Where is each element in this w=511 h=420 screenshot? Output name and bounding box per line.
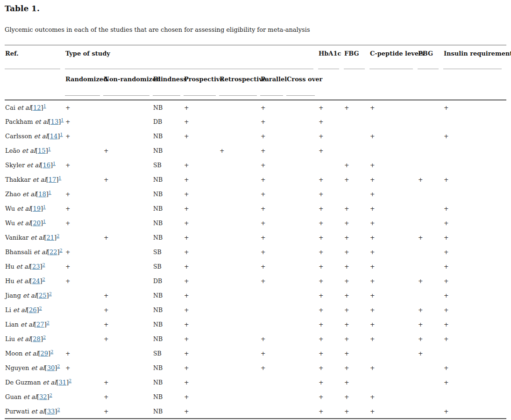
- ref-link[interactable]: 31: [58, 379, 66, 386]
- cell-cross-over: [286, 129, 318, 143]
- table-row: Lian et al[27]2+NB++++++: [5, 317, 506, 332]
- cell-pbg: +: [418, 317, 443, 332]
- ref-superscript-link[interactable]: 1: [43, 219, 46, 224]
- ref-superscript-link[interactable]: 2: [57, 407, 60, 412]
- table-row: Wu et al[20]1+NB++++++: [5, 216, 506, 230]
- ref-link[interactable]: 32: [39, 393, 47, 400]
- cell-blindness: NB: [153, 288, 184, 303]
- ref-superscript-link[interactable]: 1: [48, 146, 51, 151]
- ref-superscript-link[interactable]: 2: [43, 262, 45, 267]
- ref-superscript: 1: [60, 132, 63, 137]
- ref-link[interactable]: 17: [49, 176, 57, 183]
- ref-superscript-link[interactable]: 2: [47, 320, 50, 325]
- cell-insulin-requirements: +: [443, 274, 506, 288]
- cell-non-randomized: [103, 216, 153, 230]
- ref-superscript-link[interactable]: 1: [60, 132, 63, 137]
- cell-cross-over: [286, 245, 318, 259]
- cell-c-peptide: +: [369, 245, 418, 259]
- cell-cross-over: [286, 201, 318, 216]
- cell-parallel: +: [260, 143, 286, 158]
- ref-superscript-link[interactable]: 2: [50, 392, 52, 398]
- cell-fbg: +: [344, 346, 369, 361]
- ref-link[interactable]: 25: [39, 292, 47, 299]
- cell-retrospective: [219, 274, 260, 288]
- cell-hba1c: +: [318, 187, 344, 201]
- cell-blindness: NB: [153, 303, 184, 317]
- cell-prospective: +: [184, 346, 219, 361]
- ref-link[interactable]: 16: [43, 162, 50, 169]
- cell-cross-over: [286, 332, 318, 346]
- ref-link[interactable]: 19: [33, 205, 41, 212]
- cell-fbg: +: [344, 361, 369, 375]
- cell-cross-over: [286, 187, 318, 201]
- ref-superscript-link[interactable]: 2: [43, 335, 46, 340]
- cell-randomized: +: [65, 259, 103, 274]
- cell-hba1c: +: [318, 129, 344, 143]
- ref-link[interactable]: 12: [33, 104, 41, 111]
- ref-superscript-link[interactable]: 2: [50, 349, 53, 354]
- ref-link[interactable]: 26: [29, 306, 37, 313]
- ref-superscript-link[interactable]: 1: [43, 103, 46, 108]
- cell-parallel: [260, 303, 286, 317]
- ref-superscript-link[interactable]: 1: [49, 190, 51, 195]
- cell-retrospective: [219, 390, 260, 404]
- ref-link[interactable]: 30: [47, 364, 55, 371]
- cell-prospective: +: [184, 158, 219, 172]
- ref-link[interactable]: 27: [36, 321, 44, 328]
- study-author: Purwati: [5, 408, 31, 415]
- cell-c-peptide: +: [369, 201, 418, 216]
- table-row: Carlsson et al[14]1+NB+++++: [5, 129, 506, 143]
- cell-pbg: +: [418, 346, 443, 361]
- ref-link[interactable]: 21: [47, 234, 55, 241]
- cell-retrospective: [219, 114, 260, 129]
- ref-superscript-link[interactable]: 1: [53, 161, 56, 166]
- cell-hba1c: +: [318, 303, 344, 317]
- cell-blindness: NB: [153, 216, 184, 230]
- ref-link[interactable]: 18: [38, 191, 46, 198]
- ref-superscript-link[interactable]: 2: [57, 233, 59, 238]
- ref-link[interactable]: 29: [41, 350, 49, 357]
- cell-prospective: +: [184, 201, 219, 216]
- study-author: Li: [5, 306, 13, 313]
- header-spacer-cell: [5, 69, 65, 100]
- cell-cross-over: [286, 100, 318, 114]
- cell-cross-over: [286, 172, 318, 187]
- cell-blindness: NB: [153, 375, 184, 390]
- ref-link[interactable]: 23: [32, 263, 40, 270]
- ref-link[interactable]: 28: [33, 335, 41, 342]
- ref-superscript-link[interactable]: 2: [69, 378, 71, 383]
- cell-hba1c: +: [318, 216, 344, 230]
- ref-link[interactable]: 14: [50, 133, 58, 140]
- ref-link[interactable]: 33: [47, 408, 55, 415]
- cell-retrospective: [219, 361, 260, 375]
- ref-superscript: 2: [39, 306, 42, 311]
- study-author: Wu: [5, 205, 17, 212]
- ref-superscript-link[interactable]: 1: [58, 175, 61, 180]
- ref-superscript-link[interactable]: 2: [43, 277, 45, 282]
- ref-superscript: 2: [43, 262, 45, 267]
- ref-superscript-link[interactable]: 2: [49, 291, 52, 296]
- ref-superscript-link[interactable]: 2: [39, 306, 42, 311]
- ref-link[interactable]: 24: [32, 278, 40, 285]
- cell-retrospective: [219, 404, 260, 419]
- cell-insulin-requirements: [443, 346, 506, 361]
- ref-link[interactable]: 13: [51, 118, 59, 125]
- ref-link[interactable]: 22: [50, 249, 57, 256]
- ref-superscript-link[interactable]: 1: [43, 204, 46, 209]
- header-row-primary: Ref. Type of study HbA1c FBG C-peptide l…: [5, 45, 506, 69]
- cell-c-peptide: +: [369, 303, 418, 317]
- study-author: Jiang: [5, 292, 23, 299]
- ref-link[interactable]: 20: [33, 220, 41, 227]
- cell-randomized: +: [65, 100, 103, 114]
- table-caption: Glycemic outcomes in each of the studies…: [5, 26, 506, 34]
- cell-retrospective: [219, 303, 260, 317]
- ref-superscript-link[interactable]: 2: [57, 363, 60, 369]
- ref-superscript-link[interactable]: 1: [61, 117, 64, 122]
- ref-cell: Skyler et al[16]1: [5, 158, 65, 172]
- cell-c-peptide: +: [369, 172, 418, 187]
- ref-link[interactable]: 15: [38, 147, 46, 154]
- cell-insulin-requirements: [443, 143, 506, 158]
- ref-superscript-link[interactable]: 2: [60, 248, 63, 253]
- study-author: Zhao: [5, 191, 22, 198]
- cell-fbg: +: [344, 259, 369, 274]
